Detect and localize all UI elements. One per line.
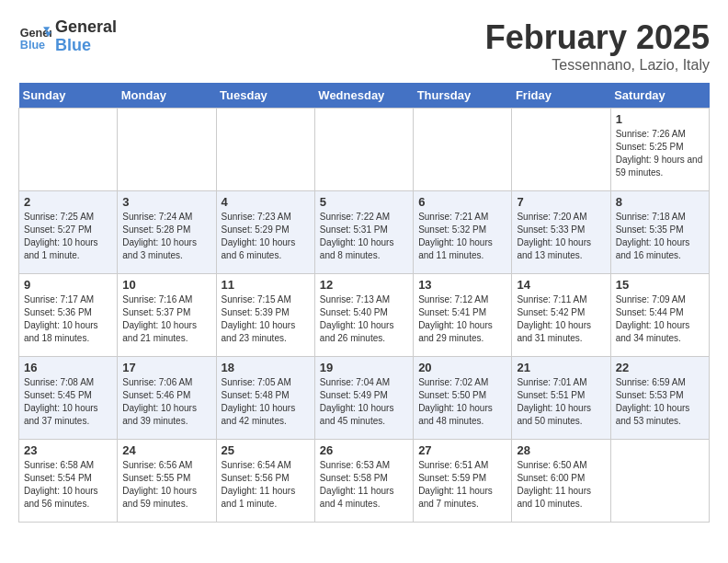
day-info: Sunrise: 7:23 AMSunset: 5:29 PMDaylight:… [222,211,310,262]
day-info: Sunrise: 6:56 AMSunset: 5:55 PMDaylight:… [122,459,210,511]
day-info: Sunrise: 7:24 AMSunset: 5:28 PMDaylight:… [122,211,210,262]
week-row-3: 9Sunrise: 7:17 AMSunset: 5:36 PMDaylight… [19,274,710,357]
day-cell: 4Sunrise: 7:23 AMSunset: 5:29 PMDaylight… [216,191,314,274]
day-number: 18 [222,361,310,374]
calendar-subtitle: Tessennano, Lazio, Italy [485,57,710,74]
day-cell: 13Sunrise: 7:12 AMSunset: 5:41 PMDayligh… [414,274,512,357]
day-info: Sunrise: 7:16 AMSunset: 5:37 PMDaylight:… [122,293,210,345]
day-cell: 27Sunrise: 6:51 AMSunset: 5:59 PMDayligh… [414,440,512,523]
day-cell: 28Sunrise: 6:50 AMSunset: 6:00 PMDayligh… [512,440,610,523]
day-info: Sunrise: 7:25 AMSunset: 5:27 PMDaylight:… [24,211,112,262]
day-cell [216,109,314,191]
day-cell: 10Sunrise: 7:16 AMSunset: 5:37 PMDayligh… [118,274,216,357]
week-row-5: 23Sunrise: 6:58 AMSunset: 5:54 PMDayligh… [19,440,710,523]
logo-general: General [55,18,117,37]
day-number: 27 [418,443,506,457]
day-number: 15 [616,278,704,292]
day-info: Sunrise: 7:01 AMSunset: 5:51 PMDaylight:… [517,376,605,428]
calendar-table: Sunday Monday Tuesday Wednesday Thursday… [18,83,710,523]
day-number: 20 [418,361,506,374]
day-number: 24 [122,443,210,457]
day-cell: 23Sunrise: 6:58 AMSunset: 5:54 PMDayligh… [19,440,118,523]
day-cell [118,109,216,191]
day-number: 2 [24,195,112,209]
day-cell: 25Sunrise: 6:54 AMSunset: 5:56 PMDayligh… [216,440,314,523]
day-cell: 15Sunrise: 7:09 AMSunset: 5:44 PMDayligh… [610,274,709,357]
day-number: 26 [320,443,408,457]
day-cell: 8Sunrise: 7:18 AMSunset: 5:35 PMDaylight… [610,191,709,274]
day-cell: 21Sunrise: 7:01 AMSunset: 5:51 PMDayligh… [512,357,610,440]
day-cell: 1Sunrise: 7:26 AMSunset: 5:25 PMDaylight… [610,109,709,191]
week-row-2: 2Sunrise: 7:25 AMSunset: 5:27 PMDaylight… [19,191,710,274]
header-saturday: Saturday [610,83,709,109]
day-cell: 16Sunrise: 7:08 AMSunset: 5:45 PMDayligh… [19,357,118,440]
day-number: 23 [24,443,112,457]
day-cell: 14Sunrise: 7:11 AMSunset: 5:42 PMDayligh… [512,274,610,357]
day-info: Sunrise: 6:51 AMSunset: 5:59 PMDaylight:… [418,459,506,511]
day-number: 1 [616,112,704,126]
day-info: Sunrise: 7:18 AMSunset: 5:35 PMDaylight:… [616,211,704,262]
day-number: 21 [517,361,605,374]
day-info: Sunrise: 6:50 AMSunset: 6:00 PMDaylight:… [517,459,605,511]
calendar-title-block: February 2025 Tessennano, Lazio, Italy [485,18,710,74]
day-number: 22 [616,361,704,374]
day-number: 10 [122,278,210,292]
day-info: Sunrise: 6:53 AMSunset: 5:58 PMDaylight:… [320,459,408,511]
svg-text:Blue: Blue [20,38,45,51]
day-info: Sunrise: 6:59 AMSunset: 5:53 PMDaylight:… [616,376,704,428]
day-number: 25 [222,443,310,457]
day-cell: 2Sunrise: 7:25 AMSunset: 5:27 PMDaylight… [19,191,118,274]
day-info: Sunrise: 7:02 AMSunset: 5:50 PMDaylight:… [418,376,506,428]
header-wednesday: Wednesday [314,83,413,109]
day-cell: 18Sunrise: 7:05 AMSunset: 5:48 PMDayligh… [216,357,314,440]
day-cell: 22Sunrise: 6:59 AMSunset: 5:53 PMDayligh… [610,357,709,440]
day-cell: 3Sunrise: 7:24 AMSunset: 5:28 PMDaylight… [118,191,216,274]
header-sunday: Sunday [19,83,118,109]
day-info: Sunrise: 7:20 AMSunset: 5:33 PMDaylight:… [517,211,605,262]
day-info: Sunrise: 6:58 AMSunset: 5:54 PMDaylight:… [24,459,112,511]
day-info: Sunrise: 7:05 AMSunset: 5:48 PMDaylight:… [222,376,310,428]
header-thursday: Thursday [414,83,512,109]
day-info: Sunrise: 7:26 AMSunset: 5:25 PMDaylight:… [616,128,704,179]
day-cell [610,440,709,523]
day-cell: 19Sunrise: 7:04 AMSunset: 5:49 PMDayligh… [314,357,413,440]
day-info: Sunrise: 7:06 AMSunset: 5:46 PMDaylight:… [122,376,210,428]
day-number: 5 [320,195,408,209]
day-cell: 9Sunrise: 7:17 AMSunset: 5:36 PMDaylight… [19,274,118,357]
logo-blue: Blue [55,37,117,55]
day-info: Sunrise: 7:08 AMSunset: 5:45 PMDaylight:… [24,376,112,428]
header-tuesday: Tuesday [216,83,314,109]
day-cell: 26Sunrise: 6:53 AMSunset: 5:58 PMDayligh… [314,440,413,523]
day-info: Sunrise: 7:11 AMSunset: 5:42 PMDaylight:… [517,293,605,345]
day-number: 17 [122,361,210,374]
day-info: Sunrise: 7:13 AMSunset: 5:40 PMDaylight:… [320,293,408,345]
day-cell: 17Sunrise: 7:06 AMSunset: 5:46 PMDayligh… [118,357,216,440]
day-info: Sunrise: 7:04 AMSunset: 5:49 PMDaylight:… [320,376,408,428]
logo: General Blue General Blue [18,18,117,55]
day-cell: 5Sunrise: 7:22 AMSunset: 5:31 PMDaylight… [314,191,413,274]
day-cell: 11Sunrise: 7:15 AMSunset: 5:39 PMDayligh… [216,274,314,357]
day-info: Sunrise: 7:12 AMSunset: 5:41 PMDaylight:… [418,293,506,345]
day-info: Sunrise: 7:15 AMSunset: 5:39 PMDaylight:… [222,293,310,345]
day-cell [314,109,413,191]
day-cell: 6Sunrise: 7:21 AMSunset: 5:32 PMDaylight… [414,191,512,274]
logo-icon: General Blue [18,20,51,53]
day-info: Sunrise: 7:21 AMSunset: 5:32 PMDaylight:… [418,211,506,262]
day-number: 12 [320,278,408,292]
day-info: Sunrise: 6:54 AMSunset: 5:56 PMDaylight:… [222,459,310,511]
week-row-1: 1Sunrise: 7:26 AMSunset: 5:25 PMDaylight… [19,109,710,191]
day-cell: 20Sunrise: 7:02 AMSunset: 5:50 PMDayligh… [414,357,512,440]
day-number: 8 [616,195,704,209]
day-number: 13 [418,278,506,292]
day-info: Sunrise: 7:17 AMSunset: 5:36 PMDaylight:… [24,293,112,345]
day-cell [19,109,118,191]
day-number: 6 [418,195,506,209]
day-cell: 24Sunrise: 6:56 AMSunset: 5:55 PMDayligh… [118,440,216,523]
day-cell: 7Sunrise: 7:20 AMSunset: 5:33 PMDaylight… [512,191,610,274]
day-number: 19 [320,361,408,374]
header-monday: Monday [118,83,216,109]
day-number: 28 [517,443,605,457]
day-number: 14 [517,278,605,292]
day-cell [512,109,610,191]
day-cell [414,109,512,191]
